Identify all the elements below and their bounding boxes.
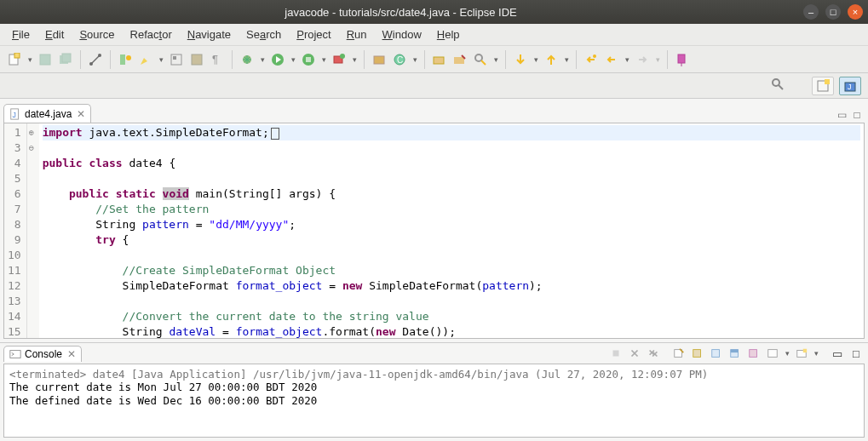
link-editor-button[interactable]: [86, 50, 105, 69]
save-all-button[interactable]: [56, 50, 75, 69]
menu-search[interactable]: Search: [239, 26, 288, 43]
svg-rect-7: [120, 54, 125, 65]
pin-console-button[interactable]: [745, 346, 762, 361]
back-button[interactable]: [602, 50, 621, 69]
forward-button[interactable]: [633, 50, 652, 69]
menu-file[interactable]: File: [5, 26, 37, 43]
run-button[interactable]: [268, 50, 287, 69]
open-task-button[interactable]: [451, 50, 469, 69]
svg-point-24: [475, 54, 482, 61]
menu-project[interactable]: Project: [290, 26, 337, 43]
display-selected-button[interactable]: [764, 346, 781, 361]
debug-button[interactable]: [238, 50, 256, 69]
editor-area: J date4.java ✕ ▭ □ 13456789101112131415 …: [0, 99, 868, 342]
menu-source[interactable]: Source: [72, 26, 121, 43]
save-button[interactable]: [36, 50, 55, 69]
svg-rect-42: [768, 350, 778, 358]
menu-window[interactable]: Window: [376, 26, 428, 43]
java-perspective-button[interactable]: J: [839, 77, 861, 95]
coverage-button[interactable]: [299, 50, 318, 69]
remove-all-launches-button[interactable]: [645, 346, 662, 361]
new-class-dropdown[interactable]: ▾: [411, 55, 419, 64]
clear-console-button[interactable]: [670, 346, 687, 361]
menu-run[interactable]: Run: [340, 26, 374, 43]
new-package-button[interactable]: [370, 50, 388, 69]
fold-column[interactable]: ⊕ ⊖: [27, 123, 39, 338]
console-tab[interactable]: Console ✕: [3, 346, 82, 362]
console-maximize-icon[interactable]: □: [848, 346, 865, 361]
highlight-button[interactable]: [136, 50, 155, 69]
back-dropdown[interactable]: ▾: [623, 55, 631, 64]
menu-refactor[interactable]: Refactor: [124, 26, 179, 43]
console-output-line: The current date is Mon Jul 27 00:00:00 …: [4, 381, 864, 394]
open-perspective-button[interactable]: [812, 77, 834, 95]
highlight-dropdown[interactable]: ▾: [157, 55, 165, 64]
editor-tab-date4[interactable]: J date4.java ✕: [3, 104, 91, 123]
search-button[interactable]: [471, 50, 490, 69]
minimize-pane-icon[interactable]: ▭: [834, 107, 849, 123]
minimize-button[interactable]: –: [803, 4, 819, 20]
svg-rect-4: [62, 54, 71, 62]
new-button[interactable]: [5, 50, 24, 69]
menu-help[interactable]: Help: [430, 26, 467, 43]
paragraph-button[interactable]: ¶: [208, 50, 227, 69]
maximize-pane-icon[interactable]: □: [849, 107, 865, 123]
next-annotation-dropdown[interactable]: ▾: [532, 55, 540, 64]
new-dropdown[interactable]: ▾: [26, 55, 34, 64]
console-toolbar: ▾ ▾ ▭ □: [607, 346, 865, 361]
code-editor[interactable]: 13456789101112131415 ⊕ ⊖ import java.tex…: [3, 123, 865, 339]
svg-rect-22: [434, 57, 444, 64]
svg-point-25: [593, 54, 596, 58]
console-icon: [9, 348, 21, 360]
open-type-button[interactable]: [430, 50, 449, 69]
close-button[interactable]: ×: [848, 4, 863, 20]
external-tools-button[interactable]: [330, 50, 348, 69]
editor-tab-close-icon[interactable]: ✕: [77, 108, 85, 120]
maximize-button[interactable]: □: [825, 4, 841, 20]
external-tools-dropdown[interactable]: ▾: [350, 55, 359, 64]
next-annotation-button[interactable]: [511, 50, 530, 69]
svg-point-5: [89, 62, 93, 66]
word-wrap-button[interactable]: [708, 346, 725, 361]
svg-rect-1: [14, 53, 20, 58]
toggle-mark-button[interactable]: [116, 50, 135, 69]
prev-annotation-dropdown[interactable]: ▾: [562, 55, 571, 64]
new-class-button[interactable]: C: [390, 50, 409, 69]
show-whitespace-button[interactable]: [187, 50, 206, 69]
editor-tab-strip: J date4.java ✕ ▭ □: [3, 102, 865, 123]
svg-rect-44: [803, 349, 807, 352]
console-terminated-line: <terminated> date4 [Java Application] /u…: [4, 364, 864, 381]
code-body[interactable]: import java.text.SimpleDateFormat; publi…: [39, 123, 864, 338]
open-console-dropdown[interactable]: ▾: [812, 349, 820, 358]
terminate-button[interactable]: [607, 346, 624, 361]
pin-button[interactable]: [673, 50, 692, 69]
block-select-button[interactable]: [167, 50, 186, 69]
svg-rect-38: [712, 350, 720, 358]
console-minimize-icon[interactable]: ▭: [829, 346, 846, 361]
svg-rect-16: [306, 57, 311, 62]
run-dropdown[interactable]: ▾: [289, 55, 297, 64]
perspective-bar: J: [0, 73, 868, 99]
coverage-dropdown[interactable]: ▾: [319, 55, 328, 64]
svg-rect-40: [731, 350, 739, 353]
menu-navigate[interactable]: Navigate: [181, 26, 238, 43]
quick-search-icon[interactable]: [771, 77, 785, 94]
svg-rect-23: [454, 57, 464, 64]
svg-rect-10: [173, 56, 176, 60]
open-console-button[interactable]: [793, 346, 810, 361]
svg-text:J: J: [848, 83, 852, 91]
show-console-button[interactable]: [727, 346, 744, 361]
remove-launch-button[interactable]: [626, 346, 643, 361]
svg-rect-19: [374, 56, 384, 64]
search-dropdown[interactable]: ▾: [491, 55, 500, 64]
forward-dropdown[interactable]: ▾: [653, 55, 662, 64]
console-tab-close-icon[interactable]: ✕: [67, 348, 76, 360]
menu-edit[interactable]: Edit: [38, 26, 71, 43]
console-body[interactable]: <terminated> date4 [Java Application] /u…: [3, 364, 865, 438]
svg-rect-26: [678, 54, 685, 63]
display-selected-dropdown[interactable]: ▾: [783, 349, 791, 358]
last-edit-button[interactable]: [582, 50, 601, 69]
prev-annotation-button[interactable]: [542, 50, 560, 69]
scroll-lock-button[interactable]: [689, 346, 706, 361]
debug-dropdown[interactable]: ▾: [258, 55, 267, 64]
